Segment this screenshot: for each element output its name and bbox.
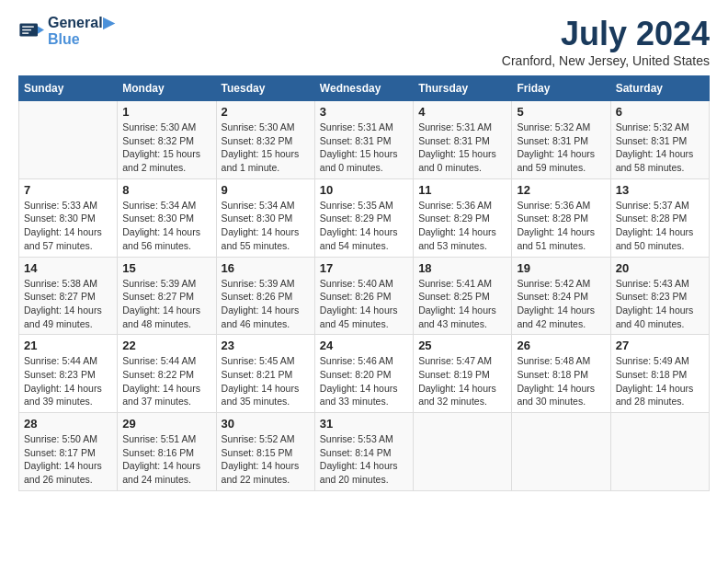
calendar-cell: 31Sunrise: 5:53 AM Sunset: 8:14 PM Dayli…: [314, 413, 413, 491]
day-number: 16: [222, 261, 310, 275]
calendar-cell: 19Sunrise: 5:42 AM Sunset: 8:24 PM Dayli…: [512, 257, 610, 335]
day-number: 29: [122, 417, 210, 431]
day-info: Sunrise: 5:51 AM Sunset: 8:16 PM Dayligh…: [122, 432, 210, 487]
day-info: Sunrise: 5:31 AM Sunset: 8:31 PM Dayligh…: [418, 121, 506, 175]
weekday-header-row: SundayMondayTuesdayWednesdayThursdayFrid…: [19, 76, 710, 101]
day-info: Sunrise: 5:52 AM Sunset: 8:15 PM Dayligh…: [222, 432, 310, 487]
day-number: 9: [222, 183, 310, 197]
day-number: 20: [616, 261, 704, 275]
calendar-table: SundayMondayTuesdayWednesdayThursdayFrid…: [18, 75, 710, 491]
day-info: Sunrise: 5:32 AM Sunset: 8:31 PM Dayligh…: [616, 121, 704, 175]
svg-marker-1: [38, 26, 44, 33]
day-info: Sunrise: 5:35 AM Sunset: 8:29 PM Dayligh…: [320, 199, 408, 253]
calendar-cell: 5Sunrise: 5:32 AM Sunset: 8:31 PM Daylig…: [512, 101, 610, 179]
weekday-header-thursday: Thursday: [414, 76, 512, 101]
day-info: Sunrise: 5:37 AM Sunset: 8:28 PM Dayligh…: [616, 199, 704, 253]
day-number: 30: [222, 417, 310, 431]
calendar-cell: 20Sunrise: 5:43 AM Sunset: 8:23 PM Dayli…: [610, 257, 709, 335]
day-number: 18: [418, 261, 506, 275]
day-info: Sunrise: 5:46 AM Sunset: 8:20 PM Dayligh…: [320, 354, 408, 408]
day-number: 27: [616, 339, 704, 352]
day-number: 28: [24, 417, 112, 431]
weekday-header-tuesday: Tuesday: [216, 76, 314, 101]
title-block: July 2024 Cranford, New Jersey, United S…: [502, 15, 710, 68]
day-number: 6: [616, 105, 704, 119]
day-number: 5: [517, 105, 605, 119]
calendar-cell: 26Sunrise: 5:48 AM Sunset: 8:18 PM Dayli…: [512, 335, 610, 413]
day-info: Sunrise: 5:33 AM Sunset: 8:30 PM Dayligh…: [24, 199, 112, 253]
calendar-cell: 2Sunrise: 5:30 AM Sunset: 8:32 PM Daylig…: [216, 101, 314, 179]
calendar-cell: [19, 101, 118, 179]
svg-rect-3: [22, 29, 31, 29]
calendar-cell: 11Sunrise: 5:36 AM Sunset: 8:29 PM Dayli…: [414, 178, 512, 257]
weekday-header-sunday: Sunday: [19, 76, 118, 101]
weekday-header-friday: Friday: [512, 76, 610, 101]
calendar-cell: 1Sunrise: 5:30 AM Sunset: 8:32 PM Daylig…: [118, 101, 216, 179]
calendar-cell: 16Sunrise: 5:39 AM Sunset: 8:26 PM Dayli…: [216, 257, 314, 335]
day-number: 3: [320, 105, 408, 119]
day-number: 1: [122, 105, 210, 119]
day-info: Sunrise: 5:38 AM Sunset: 8:27 PM Dayligh…: [24, 277, 112, 331]
calendar-cell: 30Sunrise: 5:52 AM Sunset: 8:15 PM Dayli…: [216, 413, 314, 491]
logo: General▶ Blue: [18, 15, 114, 47]
day-number: 26: [517, 339, 605, 352]
calendar-cell: 8Sunrise: 5:34 AM Sunset: 8:30 PM Daylig…: [118, 178, 216, 257]
svg-rect-2: [22, 26, 34, 27]
day-info: Sunrise: 5:30 AM Sunset: 8:32 PM Dayligh…: [222, 121, 310, 175]
calendar-cell: 4Sunrise: 5:31 AM Sunset: 8:31 PM Daylig…: [414, 101, 512, 179]
weekday-header-monday: Monday: [118, 76, 216, 101]
day-info: Sunrise: 5:34 AM Sunset: 8:30 PM Dayligh…: [122, 199, 210, 253]
day-number: 17: [320, 261, 408, 275]
calendar-cell: 7Sunrise: 5:33 AM Sunset: 8:30 PM Daylig…: [19, 178, 118, 257]
day-info: Sunrise: 5:44 AM Sunset: 8:23 PM Dayligh…: [24, 354, 112, 408]
day-number: 23: [222, 339, 310, 352]
day-info: Sunrise: 5:30 AM Sunset: 8:32 PM Dayligh…: [122, 121, 210, 175]
day-info: Sunrise: 5:44 AM Sunset: 8:22 PM Dayligh…: [122, 354, 210, 408]
day-info: Sunrise: 5:36 AM Sunset: 8:28 PM Dayligh…: [517, 199, 605, 253]
calendar-cell: 13Sunrise: 5:37 AM Sunset: 8:28 PM Dayli…: [610, 178, 709, 257]
calendar-cell: 23Sunrise: 5:45 AM Sunset: 8:21 PM Dayli…: [216, 335, 314, 413]
day-info: Sunrise: 5:47 AM Sunset: 8:19 PM Dayligh…: [418, 354, 506, 408]
day-number: 24: [320, 339, 408, 352]
calendar-cell: 21Sunrise: 5:44 AM Sunset: 8:23 PM Dayli…: [19, 335, 118, 413]
day-number: 2: [222, 105, 310, 119]
location: Cranford, New Jersey, United States: [502, 53, 710, 68]
calendar-cell: 14Sunrise: 5:38 AM Sunset: 8:27 PM Dayli…: [19, 257, 118, 335]
day-number: 15: [122, 261, 210, 275]
logo-icon: [18, 18, 44, 44]
calendar-cell: 15Sunrise: 5:39 AM Sunset: 8:27 PM Dayli…: [118, 257, 216, 335]
day-info: Sunrise: 5:39 AM Sunset: 8:27 PM Dayligh…: [122, 277, 210, 331]
calendar-week-5: 28Sunrise: 5:50 AM Sunset: 8:17 PM Dayli…: [19, 413, 710, 491]
calendar-cell: 10Sunrise: 5:35 AM Sunset: 8:29 PM Dayli…: [314, 178, 413, 257]
calendar-cell: 29Sunrise: 5:51 AM Sunset: 8:16 PM Dayli…: [118, 413, 216, 491]
calendar-cell: 3Sunrise: 5:31 AM Sunset: 8:31 PM Daylig…: [314, 101, 413, 179]
day-number: 13: [616, 183, 704, 197]
day-number: 21: [24, 339, 112, 352]
calendar-cell: 18Sunrise: 5:41 AM Sunset: 8:25 PM Dayli…: [414, 257, 512, 335]
day-number: 19: [517, 261, 605, 275]
month-title: July 2024: [502, 15, 710, 53]
day-info: Sunrise: 5:53 AM Sunset: 8:14 PM Dayligh…: [320, 432, 408, 487]
calendar-cell: 24Sunrise: 5:46 AM Sunset: 8:20 PM Dayli…: [314, 335, 413, 413]
day-number: 31: [320, 417, 408, 431]
weekday-header-saturday: Saturday: [610, 76, 709, 101]
day-number: 8: [122, 183, 210, 197]
day-number: 7: [24, 183, 112, 197]
calendar-week-1: 1Sunrise: 5:30 AM Sunset: 8:32 PM Daylig…: [19, 101, 710, 179]
calendar-cell: 27Sunrise: 5:49 AM Sunset: 8:18 PM Dayli…: [610, 335, 709, 413]
day-number: 11: [418, 183, 506, 197]
day-info: Sunrise: 5:48 AM Sunset: 8:18 PM Dayligh…: [517, 354, 605, 408]
day-info: Sunrise: 5:50 AM Sunset: 8:17 PM Dayligh…: [24, 432, 112, 487]
calendar-cell: 12Sunrise: 5:36 AM Sunset: 8:28 PM Dayli…: [512, 178, 610, 257]
calendar-cell: [414, 413, 512, 491]
day-number: 10: [320, 183, 408, 197]
calendar-body: 1Sunrise: 5:30 AM Sunset: 8:32 PM Daylig…: [19, 101, 710, 491]
weekday-header-wednesday: Wednesday: [314, 76, 413, 101]
day-number: 12: [517, 183, 605, 197]
day-info: Sunrise: 5:45 AM Sunset: 8:21 PM Dayligh…: [222, 354, 310, 408]
calendar-cell: 9Sunrise: 5:34 AM Sunset: 8:30 PM Daylig…: [216, 178, 314, 257]
calendar-cell: 25Sunrise: 5:47 AM Sunset: 8:19 PM Dayli…: [414, 335, 512, 413]
calendar-week-3: 14Sunrise: 5:38 AM Sunset: 8:27 PM Dayli…: [19, 257, 710, 335]
calendar-cell: 22Sunrise: 5:44 AM Sunset: 8:22 PM Dayli…: [118, 335, 216, 413]
day-number: 4: [418, 105, 506, 119]
